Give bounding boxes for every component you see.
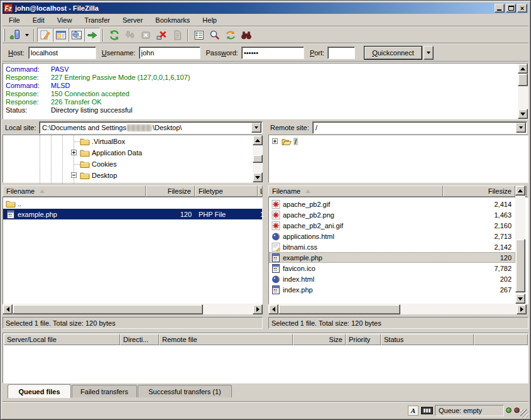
menu-view[interactable]: View bbox=[51, 15, 79, 25]
scroll-down-button[interactable] bbox=[518, 109, 528, 119]
refresh-button[interactable] bbox=[106, 28, 122, 42]
host-input[interactable] bbox=[28, 47, 96, 59]
refresh-icon bbox=[109, 30, 120, 41]
column-header-filename[interactable]: Filename bbox=[3, 185, 146, 197]
find-files-button[interactable] bbox=[238, 28, 254, 42]
cancel-operation-button[interactable] bbox=[138, 28, 153, 42]
tab-failed-transfers[interactable]: Failed transfers bbox=[72, 385, 137, 397]
scrollbar-thumb[interactable] bbox=[13, 304, 203, 314]
quickconnect-dropdown-button[interactable] bbox=[424, 46, 434, 60]
site-manager-dropdown-button[interactable] bbox=[23, 28, 31, 42]
disconnect-button[interactable] bbox=[153, 28, 169, 42]
tree-item-application-data[interactable]: Application Data bbox=[80, 147, 142, 158]
port-input[interactable] bbox=[327, 47, 355, 59]
tab-queued-files[interactable]: Queued files bbox=[8, 384, 71, 398]
file-row-example-php[interactable]: example.php 120 PHP File 1 bbox=[3, 209, 262, 219]
scrollbar-thumb[interactable] bbox=[253, 155, 263, 163]
synchronized-browsing-button[interactable] bbox=[222, 28, 238, 42]
menu-edit[interactable]: Edit bbox=[26, 15, 51, 25]
file-name: bitnami.css bbox=[283, 243, 317, 251]
scroll-down-button[interactable] bbox=[253, 172, 263, 182]
scrollbar-thumb[interactable] bbox=[518, 74, 528, 86]
local-directory-tree: .VirtualBox Application Data Cookies Des… bbox=[3, 135, 263, 183]
tree-item-cookies[interactable]: Cookies bbox=[80, 158, 117, 170]
directory-comparison-button[interactable] bbox=[207, 28, 222, 42]
reconnect-button[interactable] bbox=[169, 28, 185, 42]
scrollbar-thumb[interactable] bbox=[515, 239, 525, 292]
maximize-button[interactable] bbox=[506, 4, 516, 13]
column-header-filesize[interactable]: Filesize bbox=[146, 185, 195, 197]
scroll-up-button[interactable] bbox=[253, 135, 263, 145]
scrollbar-thumb[interactable] bbox=[278, 304, 400, 314]
file-row[interactable]: bitnami.css 2,142 bbox=[269, 241, 515, 252]
file-row[interactable]: apache_pb2.png 1,463 bbox=[269, 209, 515, 220]
remote-panes-icon bbox=[71, 30, 82, 41]
message-log: Command:PASV Response:227 Entering Passi… bbox=[3, 63, 528, 119]
queue-column-size[interactable]: Size bbox=[293, 334, 346, 345]
process-queue-button[interactable] bbox=[122, 28, 138, 42]
speed-limits-icon[interactable] bbox=[421, 407, 433, 414]
toggle-transfer-queue-button[interactable] bbox=[84, 28, 100, 42]
menu-file[interactable]: File bbox=[3, 15, 26, 25]
close-button[interactable]: × bbox=[517, 4, 527, 13]
remote-site-label: Remote site: bbox=[270, 124, 309, 131]
file-row[interactable]: applications.html 2,713 bbox=[269, 231, 515, 241]
file-size: 2,713 bbox=[457, 233, 512, 240]
combo-dropdown-button[interactable] bbox=[251, 123, 261, 133]
scroll-left-button[interactable] bbox=[268, 304, 278, 314]
column-header-filesize[interactable]: Filesize bbox=[443, 185, 515, 197]
scroll-up-button[interactable] bbox=[518, 64, 528, 74]
tree-connector bbox=[74, 164, 80, 165]
column-header-filename[interactable]: Filename bbox=[268, 185, 443, 197]
scroll-right-button[interactable] bbox=[517, 304, 527, 314]
quickconnect-button[interactable]: Quickconnect bbox=[364, 46, 422, 60]
queue-column-remote-file[interactable]: Remote file bbox=[159, 334, 293, 345]
menu-bookmarks[interactable]: Bookmarks bbox=[149, 15, 196, 25]
menu-server[interactable]: Server bbox=[116, 15, 149, 25]
minimize-button[interactable] bbox=[495, 4, 505, 13]
tree-item-root[interactable]: / bbox=[282, 136, 298, 147]
file-name: applications.html bbox=[283, 233, 334, 240]
site-manager-button[interactable] bbox=[7, 28, 23, 42]
tab-successful-transfers[interactable]: Successful transfers (1) bbox=[138, 385, 232, 397]
css-file-icon bbox=[271, 242, 281, 252]
file-row[interactable]: index.html 202 bbox=[269, 274, 515, 284]
scroll-down-button[interactable] bbox=[515, 294, 525, 304]
username-input[interactable] bbox=[139, 47, 200, 59]
toggle-message-log-button[interactable] bbox=[37, 28, 53, 42]
file-row[interactable]: index.php 267 bbox=[269, 284, 515, 295]
listing-filters-button[interactable] bbox=[191, 28, 207, 42]
scroll-left-button[interactable] bbox=[3, 304, 13, 314]
file-row[interactable]: apache_pb2.gif 2,414 bbox=[269, 199, 515, 209]
local-site-combo[interactable]: C:\Documents and Settings\Desktop\ bbox=[39, 121, 263, 134]
minus-icon bbox=[72, 175, 75, 175]
resize-grip[interactable] bbox=[520, 409, 528, 417]
queue-column-status[interactable]: Status bbox=[381, 334, 474, 345]
toggle-remote-tree-button[interactable] bbox=[68, 28, 84, 42]
remote-site-combo[interactable]: / bbox=[312, 121, 527, 134]
queue-column-direction[interactable]: Directi... bbox=[120, 334, 159, 345]
scroll-up-button[interactable] bbox=[515, 185, 525, 196]
scroll-right-button[interactable] bbox=[253, 304, 263, 314]
tree-item-virtualbox[interactable]: .VirtualBox bbox=[80, 136, 125, 147]
file-row[interactable]: apache_pb2_ani.gif 2,160 bbox=[269, 220, 515, 231]
tree-item-desktop[interactable]: Desktop bbox=[80, 170, 117, 181]
password-input[interactable] bbox=[241, 47, 304, 59]
titlebar[interactable]: Fz john@localhost - FileZilla × bbox=[3, 3, 528, 14]
php-file-icon bbox=[271, 285, 281, 295]
menu-transfer[interactable]: Transfer bbox=[78, 15, 116, 25]
queue-column-priority[interactable]: Priority bbox=[346, 334, 381, 345]
queue-column-server-local-file[interactable]: Server/Local file bbox=[4, 334, 120, 345]
expand-button[interactable] bbox=[71, 150, 77, 155]
combo-dropdown-button[interactable] bbox=[516, 123, 526, 133]
column-header-lastmodified[interactable]: L bbox=[258, 185, 263, 197]
file-row-example-php[interactable]: example.php 120 bbox=[269, 252, 515, 263]
file-row[interactable]: favicon.ico 7,782 bbox=[269, 263, 515, 274]
collapse-button[interactable] bbox=[71, 172, 77, 178]
menu-help[interactable]: Help bbox=[196, 15, 223, 25]
expand-button[interactable] bbox=[272, 138, 278, 144]
toggle-local-tree-button[interactable] bbox=[53, 28, 68, 42]
file-row-parent[interactable]: .. bbox=[3, 198, 262, 209]
tree-connector bbox=[74, 141, 80, 142]
column-header-filetype[interactable]: Filetype bbox=[195, 185, 258, 197]
